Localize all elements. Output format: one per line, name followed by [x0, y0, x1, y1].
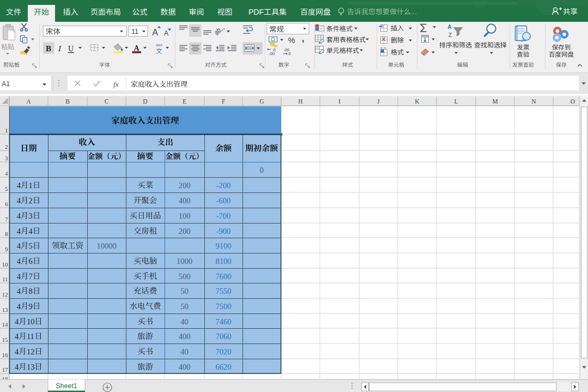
svg-text:4: 4: [17, 196, 21, 205]
svg-text:400: 400: [179, 332, 191, 341]
svg-text:10: 10: [27, 317, 35, 326]
svg-text:B: B: [65, 98, 70, 105]
svg-text:0: 0: [259, 166, 263, 174]
svg-text:-900: -900: [216, 227, 231, 236]
svg-text:,: ,: [302, 33, 305, 44]
svg-text:7600: 7600: [216, 272, 232, 281]
svg-text:7500: 7500: [216, 302, 232, 311]
svg-text:K: K: [415, 98, 420, 105]
svg-text:6620: 6620: [216, 363, 232, 371]
svg-text:40: 40: [180, 347, 189, 356]
svg-text:%: %: [288, 36, 295, 45]
svg-text:400: 400: [179, 363, 191, 371]
svg-text:H: H: [298, 98, 302, 105]
svg-text:J: J: [377, 98, 380, 105]
svg-text:100: 100: [179, 212, 191, 220]
svg-text:10000: 10000: [96, 242, 116, 250]
svg-text:4: 4: [29, 227, 33, 236]
svg-text:4: 4: [5, 170, 8, 177]
svg-text:Z: Z: [448, 32, 452, 38]
svg-text:9: 9: [29, 302, 33, 311]
svg-text:15: 15: [2, 336, 9, 343]
svg-text:A: A: [164, 29, 169, 37]
svg-text:F: F: [222, 98, 225, 105]
svg-text:3: 3: [5, 155, 8, 161]
svg-text:10: 10: [2, 261, 9, 268]
svg-text:A: A: [447, 23, 452, 30]
svg-text:Sheet1: Sheet1: [56, 382, 77, 390]
svg-text:-700: -700: [216, 212, 231, 220]
svg-text:17: 17: [2, 366, 9, 373]
svg-text:4: 4: [15, 317, 19, 326]
svg-text:8: 8: [5, 231, 8, 237]
svg-text:4: 4: [17, 287, 21, 295]
svg-text:C: C: [105, 98, 109, 105]
svg-text:11: 11: [131, 28, 138, 35]
svg-text:5: 5: [29, 242, 33, 250]
svg-text:11: 11: [2, 276, 8, 282]
svg-text:6: 6: [5, 201, 8, 207]
svg-text:A1: A1: [2, 80, 10, 88]
svg-text:8: 8: [29, 287, 33, 295]
svg-text:50: 50: [180, 287, 189, 295]
svg-text:11: 11: [27, 332, 34, 341]
svg-text:7: 7: [5, 216, 8, 222]
svg-text:4: 4: [17, 257, 21, 266]
svg-text:4: 4: [17, 181, 21, 190]
svg-text:.0: .0: [287, 51, 291, 56]
svg-text:40: 40: [180, 317, 189, 326]
svg-text:I: I: [58, 44, 62, 53]
svg-text:7460: 7460: [216, 317, 232, 326]
svg-text:wen: wen: [155, 43, 162, 47]
svg-text:7550: 7550: [216, 287, 232, 295]
svg-text:4: 4: [17, 272, 21, 281]
svg-text:M: M: [492, 98, 498, 105]
svg-text:14: 14: [2, 321, 9, 328]
svg-text:I: I: [338, 98, 341, 105]
svg-text:8100: 8100: [216, 257, 232, 266]
svg-text:500: 500: [179, 272, 191, 281]
svg-text:A: A: [134, 44, 140, 52]
svg-text:16: 16: [2, 352, 9, 358]
svg-text:G: G: [259, 98, 264, 105]
svg-text:1: 1: [5, 127, 8, 134]
svg-text:O: O: [571, 98, 575, 105]
svg-text:6: 6: [29, 257, 33, 266]
svg-text:7020: 7020: [216, 347, 232, 356]
svg-text:12: 12: [2, 291, 8, 298]
svg-text:2: 2: [5, 143, 8, 150]
svg-text:9: 9: [5, 246, 8, 252]
svg-text:E: E: [183, 98, 186, 105]
svg-text:-600: -600: [216, 196, 231, 205]
svg-text:7060: 7060: [216, 332, 232, 341]
svg-text:200: 200: [179, 181, 191, 190]
svg-text:7: 7: [29, 272, 33, 281]
svg-text:200: 200: [179, 227, 191, 236]
svg-text:N: N: [531, 98, 536, 105]
svg-text:PDF: PDF: [248, 8, 264, 16]
svg-text:13: 13: [2, 306, 9, 313]
svg-text:4: 4: [17, 302, 21, 311]
svg-text:4: 4: [15, 363, 19, 371]
svg-text:4: 4: [15, 332, 19, 341]
svg-text:2: 2: [29, 196, 33, 205]
svg-text:A: A: [152, 28, 158, 37]
svg-text:4: 4: [15, 347, 19, 356]
svg-text:4: 4: [17, 212, 21, 220]
svg-text:.00: .00: [269, 51, 275, 56]
svg-text:4: 4: [17, 242, 21, 250]
svg-text:U: U: [68, 45, 74, 53]
svg-text:12: 12: [27, 347, 35, 356]
svg-text:-200: -200: [216, 181, 231, 190]
svg-text:50: 50: [180, 302, 189, 311]
svg-text:fx: fx: [113, 80, 119, 88]
svg-text:A: A: [26, 98, 31, 105]
svg-text:D: D: [143, 98, 147, 105]
svg-text:L: L: [454, 98, 458, 105]
svg-text:13: 13: [27, 363, 35, 371]
svg-text:400: 400: [179, 196, 191, 205]
svg-text:3: 3: [29, 212, 33, 220]
svg-text:1: 1: [29, 181, 33, 190]
svg-text:9100: 9100: [216, 242, 232, 250]
svg-text:...: ...: [411, 8, 417, 16]
